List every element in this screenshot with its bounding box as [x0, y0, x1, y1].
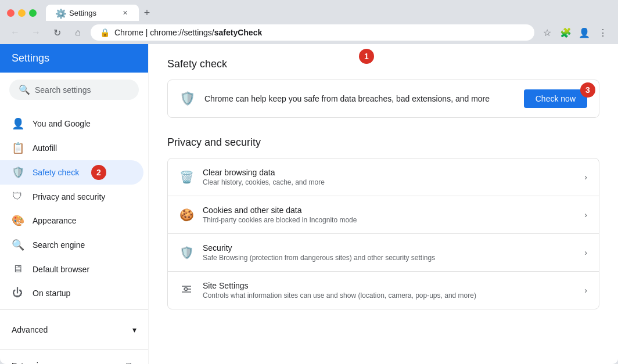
- address-path: chrome://settings/safetyCheck: [150, 28, 262, 37]
- privacy-icon: 🛡: [12, 190, 23, 203]
- close-window-button[interactable]: [7, 9, 15, 17]
- person-icon: 👤: [12, 117, 23, 130]
- site-settings-content: Site Settings Controls what information …: [203, 281, 575, 300]
- safety-check-card: 🛡️ Chrome can help keep you safe from da…: [167, 80, 599, 118]
- advanced-label: Advanced: [12, 325, 48, 334]
- sidebar-item-on-startup[interactable]: ⏻ On startup: [0, 281, 143, 305]
- address-separator: |: [143, 28, 150, 37]
- safety-icon: 🛡️: [12, 166, 23, 179]
- sidebar-title: Settings: [12, 52, 49, 64]
- safety-check-section: Safety check 🛡️ Chrome can help keep you…: [167, 58, 599, 118]
- toolbar-actions: ☆ 🧩 👤 ⋮: [539, 24, 611, 41]
- sidebar-divider-2: [0, 349, 148, 350]
- appearance-icon: 🎨: [12, 214, 23, 227]
- sidebar-item-appearance[interactable]: 🎨 Appearance: [0, 208, 143, 233]
- address-domain: Chrome: [114, 28, 143, 37]
- sidebar-label-you-and-google: You and Google: [33, 119, 91, 128]
- external-link-icon: ⧉: [126, 361, 132, 364]
- sidebar-search: 🔍: [0, 73, 148, 107]
- sidebar-nav: 👤 You and Google 📋 Autofill 🛡️ Safety ch…: [0, 107, 148, 364]
- sidebar-item-you-and-google[interactable]: 👤 You and Google: [0, 111, 143, 136]
- svg-point-3: [185, 287, 188, 290]
- sidebar-label-on-startup: On startup: [33, 289, 70, 298]
- annotation-badge-3: 3: [580, 82, 595, 98]
- new-tab-button[interactable]: +: [139, 5, 155, 21]
- clear-browsing-data-item[interactable]: 🗑️ Clear browsing data Clear history, co…: [168, 158, 599, 196]
- on-startup-icon: ⏻: [12, 287, 23, 299]
- sidebar-header: Settings: [0, 44, 148, 73]
- sidebar-item-search-engine[interactable]: 🔍 Search engine: [0, 233, 143, 257]
- arrow-icon-2: ›: [584, 248, 587, 257]
- search-box[interactable]: 🔍: [9, 80, 139, 100]
- back-button[interactable]: ←: [7, 24, 23, 41]
- check-now-button[interactable]: Check now: [524, 89, 587, 108]
- settings-tab[interactable]: ⚙️ Settings ✕: [46, 5, 139, 21]
- advanced-section: Advanced ▾: [0, 315, 148, 345]
- clear-browsing-title: Clear browsing data: [203, 168, 575, 177]
- sidebar-item-safety-check[interactable]: 🛡️ Safety check 2: [0, 160, 143, 185]
- site-settings-item[interactable]: Site Settings Controls what information …: [168, 272, 599, 309]
- search-input[interactable]: [35, 85, 130, 95]
- security-title: Security: [203, 243, 575, 253]
- toolbar: ← → ↻ ⌂ 🔒 Chrome | chrome://settings/saf…: [0, 21, 618, 44]
- cookies-title: Cookies and other site data: [203, 206, 575, 215]
- forward-button[interactable]: →: [28, 24, 44, 41]
- safety-check-title: Safety check: [167, 58, 599, 70]
- home-button[interactable]: ⌂: [70, 24, 86, 41]
- sidebar-item-privacy-and-security[interactable]: 🛡 Privacy and security: [0, 185, 143, 208]
- sidebar-label-autofill: Autofill: [33, 143, 57, 153]
- site-settings-title: Site Settings: [203, 281, 575, 290]
- cookies-content: Cookies and other site data Third-party …: [203, 206, 575, 224]
- bookmark-button[interactable]: ☆: [539, 24, 555, 41]
- privacy-security-title: Privacy and security: [167, 136, 599, 149]
- sidebar-label-extensions: Extensions: [12, 361, 51, 365]
- arrow-icon-1: ›: [584, 210, 587, 219]
- default-browser-icon: 🖥: [12, 263, 23, 275]
- arrow-icon-0: ›: [584, 172, 587, 182]
- safety-card-text: Chrome can help keep you safe from data …: [204, 94, 515, 103]
- sidebar-label-appearance: Appearance: [33, 216, 77, 225]
- sidebar-divider-1: [0, 309, 148, 310]
- safety-shield-icon: 🛡️: [179, 91, 195, 106]
- sidebar-label-search-engine: Search engine: [33, 240, 85, 250]
- search-icon: 🔍: [19, 84, 30, 95]
- tab-close-button[interactable]: ✕: [120, 8, 130, 17]
- browser-frame: ⚙️ Settings ✕ + ← → ↻ ⌂ 🔒 Chrome | chrom…: [0, 0, 618, 364]
- menu-button[interactable]: ⋮: [595, 24, 611, 41]
- site-settings-desc: Controls what information sites can use …: [203, 291, 575, 300]
- maximize-window-button[interactable]: [29, 9, 37, 17]
- reload-button[interactable]: ↻: [49, 24, 65, 41]
- address-bar[interactable]: 🔒 Chrome | chrome://settings/safetyCheck…: [91, 24, 534, 41]
- advanced-toggle[interactable]: Advanced ▾: [12, 319, 136, 340]
- content-area: Safety check 🛡️ Chrome can help keep you…: [149, 44, 618, 364]
- cookies-item[interactable]: 🍪 Cookies and other site data Third-part…: [168, 196, 599, 234]
- chevron-down-icon: ▾: [132, 325, 136, 334]
- sidebar-item-extensions[interactable]: Extensions ⧉: [0, 355, 143, 364]
- tab-settings-icon: ⚙️: [55, 8, 64, 17]
- sidebar-label-safety-check: Safety check: [33, 168, 79, 177]
- security-item[interactable]: 🛡️ Security Safe Browsing (protection fr…: [168, 234, 599, 272]
- privacy-security-card: 🗑️ Clear browsing data Clear history, co…: [167, 158, 599, 309]
- sidebar: Settings 🔍 👤 You and Google 📋 Autofill: [0, 44, 149, 364]
- security-content: Security Safe Browsing (protection from …: [203, 243, 575, 262]
- tab-bar: ⚙️ Settings ✕ +: [46, 5, 155, 21]
- minimize-window-button[interactable]: [18, 9, 26, 17]
- autofill-icon: 📋: [12, 142, 23, 154]
- security-icon: 🔒: [100, 28, 110, 37]
- security-shield-icon: 🛡️: [179, 246, 193, 260]
- title-bar: ⚙️ Settings ✕ +: [0, 0, 618, 21]
- search-engine-icon: 🔍: [12, 239, 23, 251]
- profile-button[interactable]: 👤: [576, 24, 592, 41]
- address-text: Chrome | chrome://settings/safetyCheck: [114, 28, 525, 37]
- privacy-security-section: Privacy and security 🗑️ Clear browsing d…: [167, 136, 599, 309]
- clear-browsing-content: Clear browsing data Clear history, cooki…: [203, 168, 575, 186]
- tab-title: Settings: [69, 9, 116, 17]
- extensions-button[interactable]: 🧩: [558, 24, 574, 41]
- sidebar-item-default-browser[interactable]: 🖥 Default browser: [0, 257, 143, 281]
- cookies-icon: 🍪: [179, 208, 193, 222]
- sidebar-label-default-browser: Default browser: [33, 265, 89, 274]
- trash-icon: 🗑️: [179, 170, 193, 184]
- cookies-desc: Third-party cookies are blocked in Incog…: [203, 216, 575, 224]
- sidebar-item-autofill[interactable]: 📋 Autofill: [0, 136, 143, 160]
- annotation-badge-2: 2: [91, 165, 106, 180]
